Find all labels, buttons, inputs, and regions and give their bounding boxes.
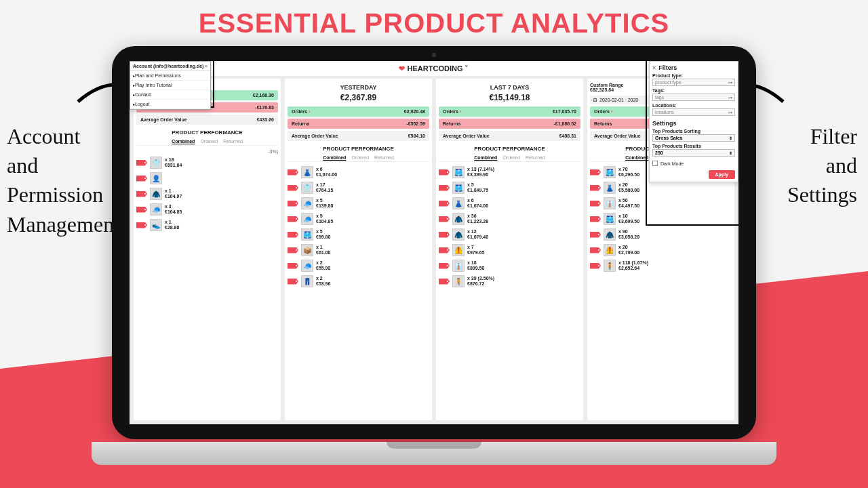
account-popup: Account (info@heartcoding.de) × Plan and… [130,61,211,110]
sale-tag-icon [439,169,450,176]
dark-mode-toggle[interactable]: Dark Mode [652,161,735,166]
product-thumb: 👤 [150,172,162,184]
sale-tag-icon [288,216,298,222]
metric-column: Orders ›€2,168.30Returns-€176.83Average … [134,79,281,420]
account-menu-item[interactable]: Play Intro Tutorial [130,81,210,90]
sale-tag-icon [136,222,147,228]
product-thumb: 🧥 [452,213,465,225]
product-row[interactable]: 🧢x 5€139.80 [288,197,429,210]
product-thumb: 🩳 [301,228,313,241]
tab-returned[interactable]: Returned [223,139,243,144]
product-row[interactable]: 🦺x 20€2,799.00 [590,243,732,257]
tab-combined[interactable]: Combined [172,139,195,144]
tab-combined[interactable]: Combined [474,155,497,160]
product-row[interactable]: 👗x 6€1,674.00 [439,197,580,210]
product-row[interactable]: 🧢x 5€104.85 [288,212,429,226]
account-menu-item[interactable]: Contact [130,90,210,100]
product-row[interactable]: 🧍x 39 (2.50%)€876.72 [439,274,580,288]
product-thumb: 🧢 [150,203,162,216]
product-thumb: 🦺 [604,244,616,256]
product-row[interactable]: 🩳x 13 (7.14%)€3,399.90 [439,165,580,179]
aov-pill: Average Order Value€584.10 [288,131,429,141]
sale-tag-icon [590,216,601,222]
product-row[interactable]: 🧥x 36€1,223.28 [439,212,580,226]
account-menu-item[interactable]: Plan and Permissions [130,71,210,81]
product-row[interactable]: 👟x 1€28.80 [136,218,278,232]
product-row[interactable]: 🧥x 90€3,058.20 [590,228,732,241]
product-row[interactable]: 👔x 10€899.50 [439,259,580,272]
tab-combined[interactable]: Combined [323,155,346,160]
product-thumb: 👗 [301,166,313,178]
tab-returned[interactable]: Returned [526,155,545,160]
product-row[interactable]: 🩳x 10€3,699.50 [590,212,732,226]
product-row[interactable]: 🩳x 5€99.80 [288,228,429,241]
filters-panel: × Filters Product type: product type×▾ T… [649,61,738,182]
metric-column: YESTERDAY€2,367.89Orders ›€2,920.48Retur… [285,79,432,420]
sort-select[interactable]: Gross Sales⇕ [652,134,735,142]
locations-select[interactable]: locations×▾ [652,108,735,116]
heart-icon: ❤ [399,64,405,73]
aov-pill: Average Order Value€488.31 [439,131,580,141]
product-row[interactable]: 🦺x 7€979.65 [439,243,580,257]
sale-tag-icon [439,216,450,222]
product-row[interactable]: 🩳x 5€1,849.75 [439,181,580,195]
account-menu-item[interactable]: Logout [130,100,210,109]
product-row[interactable]: 🧥x 1€104.97 [136,187,278,201]
product-thumb: 👟 [150,219,162,231]
product-thumb: 📦 [301,244,313,256]
sale-tag-icon [136,176,147,182]
product-row[interactable]: 📦x 1€61.00 [288,243,429,257]
settings-title: Settings [652,120,735,127]
metric-column: LAST 7 DAYS€15,149.18Orders ›€17,035.70R… [436,79,583,420]
orders-pill[interactable]: Orders ›€17,035.70 [439,106,580,117]
sale-tag-icon [439,279,450,285]
product-row[interactable]: 👤 [136,171,278,185]
returns-pill[interactable]: Returns-€1,886.52 [439,119,580,129]
product-thumb: 🧢 [301,197,313,209]
product-row[interactable]: 👕x 18€631.64 [136,156,278,169]
results-select[interactable]: 250⇕ [652,149,735,157]
headline: ESSENTIAL PRODUCT ANALYTICS [0,8,868,39]
apply-button[interactable]: Apply [709,170,735,179]
sale-tag-icon [590,185,601,191]
laptop-base [92,442,776,465]
product-row[interactable]: 👕x 17€764.15 [288,181,429,195]
product-thumb: 👗 [452,197,465,209]
product-thumb: 🧢 [301,260,313,272]
sale-tag-icon [439,232,450,238]
period-title: YESTERDAY [288,84,429,91]
close-icon[interactable]: × [652,64,656,71]
close-icon[interactable]: × [205,64,208,68]
sale-tag-icon [590,201,601,207]
tab-ordered[interactable]: Ordered [200,139,218,144]
product-row[interactable]: 🧥x 12€1,079.40 [439,228,580,241]
tags-select[interactable]: tags×▾ [652,94,735,101]
product-performance-title: PRODUCT PERFORMANCE [136,129,278,136]
sale-tag-icon [136,191,147,197]
aov-pill: Average Order Value€433.66 [136,115,278,125]
tab-ordered[interactable]: Ordered [502,155,520,160]
period-amount: €2,367.89 [288,93,429,102]
period-title: LAST 7 DAYS [439,84,580,91]
product-row[interactable]: 👗x 6€1,674.00 [288,165,429,179]
product-row[interactable]: 👖x 2€53.96 [288,274,429,288]
sale-tag-icon [439,247,450,253]
tab-ordered[interactable]: Ordered [351,155,369,160]
sale-tag-icon [288,185,298,191]
sale-tag-icon [590,169,601,176]
camera-dot [432,53,436,57]
returns-pill[interactable]: Returns-€552.59 [288,119,429,129]
product-row[interactable]: 🧢x 2€55.92 [288,259,429,272]
product-thumb: 👗 [604,182,616,194]
product-row[interactable]: 👗x 20€5,580.00 [590,181,732,195]
product-row[interactable]: 🧍x 118 (1.67%)€2,652.64 [590,259,732,272]
tab-returned[interactable]: Returned [374,155,394,160]
product-row[interactable]: 👔x 50€4,497.50 [590,197,732,210]
chevron-down-icon[interactable]: ˅ [462,64,469,73]
product-thumb: 🧍 [452,275,465,287]
orders-pill[interactable]: Orders ›€2,920.48 [288,106,429,117]
tab-combined[interactable]: Combined [625,155,648,160]
product-row[interactable]: 🧢x 3€104.85 [136,203,278,216]
product-type-select[interactable]: product type×▾ [652,79,735,86]
product-thumb: 🧥 [604,228,616,241]
